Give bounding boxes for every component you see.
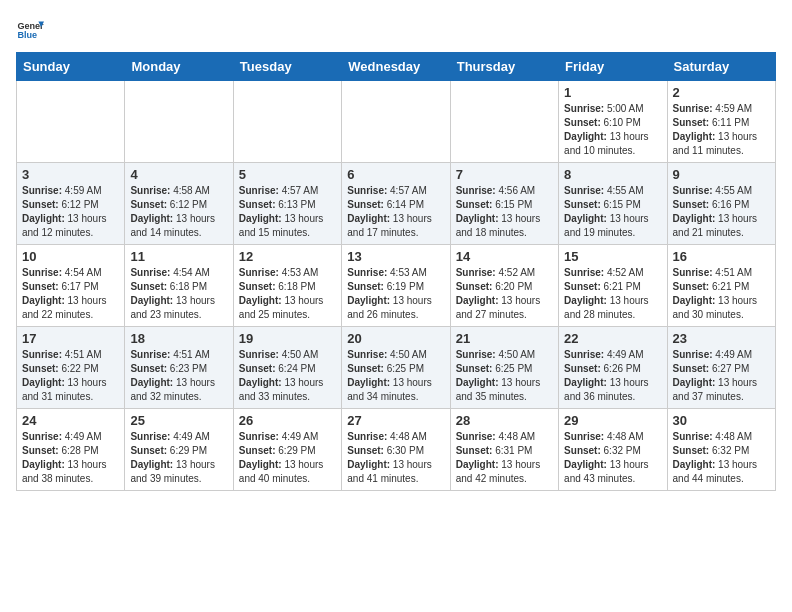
logo: General Blue [16, 16, 44, 44]
day-number: 6 [347, 167, 444, 182]
calendar-cell: 23Sunrise: 4:49 AMSunset: 6:27 PMDayligh… [667, 327, 775, 409]
column-header-monday: Monday [125, 53, 233, 81]
day-info: Sunrise: 4:52 AMSunset: 6:21 PMDaylight:… [564, 266, 661, 322]
day-number: 27 [347, 413, 444, 428]
day-info: Sunrise: 4:49 AMSunset: 6:28 PMDaylight:… [22, 430, 119, 486]
day-number: 15 [564, 249, 661, 264]
day-number: 17 [22, 331, 119, 346]
calendar-cell [342, 81, 450, 163]
calendar-cell: 7Sunrise: 4:56 AMSunset: 6:15 PMDaylight… [450, 163, 558, 245]
calendar-week-row: 10Sunrise: 4:54 AMSunset: 6:17 PMDayligh… [17, 245, 776, 327]
day-number: 22 [564, 331, 661, 346]
day-info: Sunrise: 4:51 AMSunset: 6:22 PMDaylight:… [22, 348, 119, 404]
day-number: 18 [130, 331, 227, 346]
day-info: Sunrise: 4:55 AMSunset: 6:16 PMDaylight:… [673, 184, 770, 240]
calendar-cell: 26Sunrise: 4:49 AMSunset: 6:29 PMDayligh… [233, 409, 341, 491]
day-info: Sunrise: 4:49 AMSunset: 6:27 PMDaylight:… [673, 348, 770, 404]
calendar-cell: 30Sunrise: 4:48 AMSunset: 6:32 PMDayligh… [667, 409, 775, 491]
day-number: 11 [130, 249, 227, 264]
day-info: Sunrise: 4:56 AMSunset: 6:15 PMDaylight:… [456, 184, 553, 240]
calendar-cell: 9Sunrise: 4:55 AMSunset: 6:16 PMDaylight… [667, 163, 775, 245]
calendar-cell: 22Sunrise: 4:49 AMSunset: 6:26 PMDayligh… [559, 327, 667, 409]
column-header-friday: Friday [559, 53, 667, 81]
calendar-header-row: SundayMondayTuesdayWednesdayThursdayFrid… [17, 53, 776, 81]
column-header-wednesday: Wednesday [342, 53, 450, 81]
calendar-cell: 20Sunrise: 4:50 AMSunset: 6:25 PMDayligh… [342, 327, 450, 409]
calendar-cell: 3Sunrise: 4:59 AMSunset: 6:12 PMDaylight… [17, 163, 125, 245]
calendar-cell: 14Sunrise: 4:52 AMSunset: 6:20 PMDayligh… [450, 245, 558, 327]
calendar-week-row: 24Sunrise: 4:49 AMSunset: 6:28 PMDayligh… [17, 409, 776, 491]
calendar-week-row: 17Sunrise: 4:51 AMSunset: 6:22 PMDayligh… [17, 327, 776, 409]
day-number: 26 [239, 413, 336, 428]
calendar-cell: 2Sunrise: 4:59 AMSunset: 6:11 PMDaylight… [667, 81, 775, 163]
day-number: 2 [673, 85, 770, 100]
day-info: Sunrise: 5:00 AMSunset: 6:10 PMDaylight:… [564, 102, 661, 158]
column-header-thursday: Thursday [450, 53, 558, 81]
day-number: 25 [130, 413, 227, 428]
day-info: Sunrise: 4:50 AMSunset: 6:24 PMDaylight:… [239, 348, 336, 404]
day-info: Sunrise: 4:53 AMSunset: 6:18 PMDaylight:… [239, 266, 336, 322]
calendar-cell: 27Sunrise: 4:48 AMSunset: 6:30 PMDayligh… [342, 409, 450, 491]
day-number: 3 [22, 167, 119, 182]
calendar-cell: 13Sunrise: 4:53 AMSunset: 6:19 PMDayligh… [342, 245, 450, 327]
day-number: 7 [456, 167, 553, 182]
day-number: 9 [673, 167, 770, 182]
calendar-cell: 4Sunrise: 4:58 AMSunset: 6:12 PMDaylight… [125, 163, 233, 245]
day-number: 30 [673, 413, 770, 428]
page-header: General Blue [16, 16, 776, 44]
day-number: 21 [456, 331, 553, 346]
day-info: Sunrise: 4:55 AMSunset: 6:15 PMDaylight:… [564, 184, 661, 240]
day-info: Sunrise: 4:53 AMSunset: 6:19 PMDaylight:… [347, 266, 444, 322]
day-info: Sunrise: 4:49 AMSunset: 6:29 PMDaylight:… [239, 430, 336, 486]
calendar-table: SundayMondayTuesdayWednesdayThursdayFrid… [16, 52, 776, 491]
day-info: Sunrise: 4:51 AMSunset: 6:23 PMDaylight:… [130, 348, 227, 404]
day-info: Sunrise: 4:54 AMSunset: 6:17 PMDaylight:… [22, 266, 119, 322]
calendar-week-row: 1Sunrise: 5:00 AMSunset: 6:10 PMDaylight… [17, 81, 776, 163]
day-number: 8 [564, 167, 661, 182]
calendar-cell [125, 81, 233, 163]
day-number: 5 [239, 167, 336, 182]
day-info: Sunrise: 4:57 AMSunset: 6:14 PMDaylight:… [347, 184, 444, 240]
day-number: 13 [347, 249, 444, 264]
calendar-cell: 21Sunrise: 4:50 AMSunset: 6:25 PMDayligh… [450, 327, 558, 409]
day-info: Sunrise: 4:59 AMSunset: 6:12 PMDaylight:… [22, 184, 119, 240]
day-info: Sunrise: 4:58 AMSunset: 6:12 PMDaylight:… [130, 184, 227, 240]
day-number: 29 [564, 413, 661, 428]
calendar-cell: 18Sunrise: 4:51 AMSunset: 6:23 PMDayligh… [125, 327, 233, 409]
calendar-cell: 12Sunrise: 4:53 AMSunset: 6:18 PMDayligh… [233, 245, 341, 327]
calendar-cell [450, 81, 558, 163]
calendar-cell: 28Sunrise: 4:48 AMSunset: 6:31 PMDayligh… [450, 409, 558, 491]
calendar-cell: 17Sunrise: 4:51 AMSunset: 6:22 PMDayligh… [17, 327, 125, 409]
calendar-cell: 1Sunrise: 5:00 AMSunset: 6:10 PMDaylight… [559, 81, 667, 163]
calendar-cell: 15Sunrise: 4:52 AMSunset: 6:21 PMDayligh… [559, 245, 667, 327]
calendar-cell: 8Sunrise: 4:55 AMSunset: 6:15 PMDaylight… [559, 163, 667, 245]
day-info: Sunrise: 4:51 AMSunset: 6:21 PMDaylight:… [673, 266, 770, 322]
day-number: 14 [456, 249, 553, 264]
column-header-tuesday: Tuesday [233, 53, 341, 81]
day-number: 24 [22, 413, 119, 428]
calendar-cell [17, 81, 125, 163]
calendar-cell: 24Sunrise: 4:49 AMSunset: 6:28 PMDayligh… [17, 409, 125, 491]
day-info: Sunrise: 4:48 AMSunset: 6:30 PMDaylight:… [347, 430, 444, 486]
calendar-cell: 16Sunrise: 4:51 AMSunset: 6:21 PMDayligh… [667, 245, 775, 327]
calendar-cell: 6Sunrise: 4:57 AMSunset: 6:14 PMDaylight… [342, 163, 450, 245]
day-info: Sunrise: 4:59 AMSunset: 6:11 PMDaylight:… [673, 102, 770, 158]
column-header-sunday: Sunday [17, 53, 125, 81]
day-number: 28 [456, 413, 553, 428]
day-info: Sunrise: 4:48 AMSunset: 6:31 PMDaylight:… [456, 430, 553, 486]
calendar-cell [233, 81, 341, 163]
svg-text:Blue: Blue [17, 30, 37, 40]
day-number: 20 [347, 331, 444, 346]
column-header-saturday: Saturday [667, 53, 775, 81]
day-number: 1 [564, 85, 661, 100]
calendar-cell: 11Sunrise: 4:54 AMSunset: 6:18 PMDayligh… [125, 245, 233, 327]
logo-icon: General Blue [16, 16, 44, 44]
calendar-cell: 29Sunrise: 4:48 AMSunset: 6:32 PMDayligh… [559, 409, 667, 491]
day-info: Sunrise: 4:49 AMSunset: 6:29 PMDaylight:… [130, 430, 227, 486]
day-info: Sunrise: 4:48 AMSunset: 6:32 PMDaylight:… [564, 430, 661, 486]
calendar-week-row: 3Sunrise: 4:59 AMSunset: 6:12 PMDaylight… [17, 163, 776, 245]
calendar-cell: 19Sunrise: 4:50 AMSunset: 6:24 PMDayligh… [233, 327, 341, 409]
day-number: 23 [673, 331, 770, 346]
day-info: Sunrise: 4:50 AMSunset: 6:25 PMDaylight:… [347, 348, 444, 404]
calendar-cell: 10Sunrise: 4:54 AMSunset: 6:17 PMDayligh… [17, 245, 125, 327]
